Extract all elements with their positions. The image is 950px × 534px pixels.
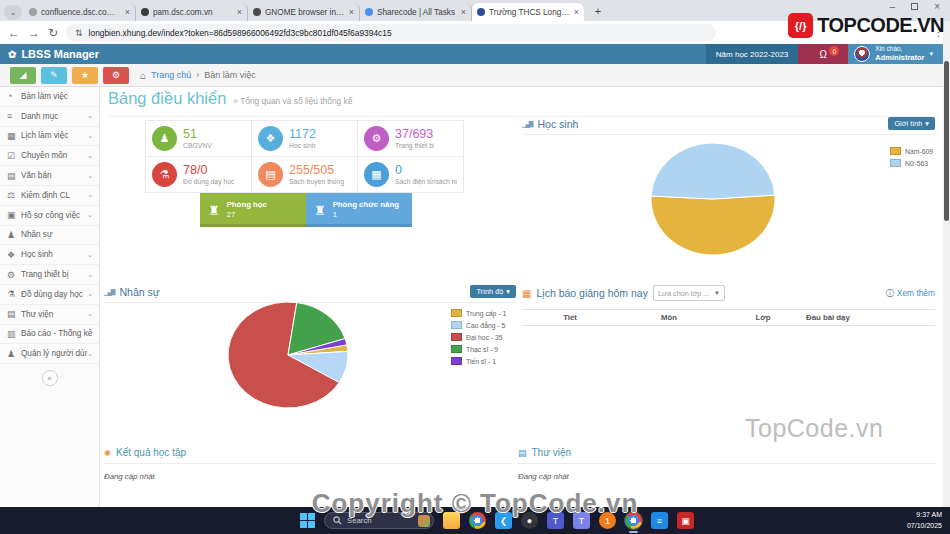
tab-group-chip[interactable]: ⌄ [4,5,22,20]
minimize-button[interactable]: – [890,1,896,12]
staff-filter-button[interactable]: Trình độ ▾ [470,285,516,298]
tab-favicon [365,8,373,16]
legend-item[interactable]: Nữ-563 [890,159,933,167]
teams-icon[interactable]: T [547,512,564,529]
sidebar-item-học-sinh[interactable]: ❖Học sinh⌄ [0,245,99,265]
legend-item[interactable]: Đại học - 35 [451,333,506,341]
sidebar-item-hồ-sơ-công-việc[interactable]: ▣Hồ sơ công việc⌄ [0,206,99,226]
quick-pencil-button[interactable]: ✎ [41,67,67,84]
bell-icon: Ω [820,49,827,60]
topcode-logo-icon: {/} [788,13,813,38]
legend-swatch [451,333,462,341]
scrollbar-thumb[interactable] [944,61,949,221]
sidebar-item-chuyên-môn[interactable]: ☑Chuyên môn⌄ [0,146,99,166]
app-red-icon[interactable]: ▣ [677,512,694,529]
back-button[interactable]: ← [8,26,20,40]
sidebar-item-label: Hồ sơ công việc [21,211,87,220]
class-select[interactable]: Lựa chọn lớp ... ▼ [653,285,725,301]
graduation-cap-icon: ❖ [258,126,283,151]
school-year-button[interactable]: Năm học 2022-2023 [706,44,799,64]
app-orange-1-icon[interactable]: 1 [599,512,616,529]
results-status: Đang cập nhật [104,472,512,481]
sidebar-item-thư-viện[interactable]: ▤Thư viện⌄ [0,305,99,325]
students-pie-chart[interactable] [638,139,788,259]
browser-tab[interactable]: confluence.dsc.com.vn× [24,3,136,21]
schedule-column-header: Môn [618,313,720,322]
taskbar-search[interactable]: Search [324,512,434,529]
sidebar: ◔Bàn làm việc≡Danh mục⌄▦Lịch làm việc⌄☑C… [0,87,100,507]
teams-2-icon[interactable]: T [573,512,590,529]
tab-close-icon[interactable]: × [461,7,466,17]
chevron-down-icon: ⌄ [87,112,93,120]
schedule-more-link[interactable]: ⓘ Xem thêm [886,288,935,299]
legend-item[interactable]: Thạc sĩ - 9 [451,345,506,353]
tab-close-icon[interactable]: × [237,7,242,17]
students-filter-button[interactable]: Giới tính ▾ [888,117,935,130]
ebook-icon: ▦ [364,162,389,187]
pie-slice-Nữ[interactable] [651,143,775,199]
building-icon: ♜ [208,203,220,218]
browser-tab[interactable]: Sharecode | All Tasks× [360,3,472,21]
legend-label: Cao đẳng - 5 [466,322,505,329]
sidebar-item-báo-cáo---thống-kê[interactable]: ▥Báo cáo - Thống kê [0,325,99,345]
tab-close-icon[interactable]: × [125,7,130,17]
notepad-icon[interactable]: ≡ [651,512,668,529]
quick-gears-button[interactable]: ⚙ [103,67,129,84]
tab-close-icon[interactable]: × [574,7,579,17]
site-info-icon[interactable]: ⇅ [75,28,83,38]
sidebar-item-trang-thiết-bị[interactable]: ⚙Trang thiết bị⌄ [0,265,99,285]
sidebar-item-nhân-sự[interactable]: ♟Nhân sự [0,226,99,246]
sidebar-item-bàn-làm-việc[interactable]: ◔Bàn làm việc [0,87,99,107]
sidebar-item-kiểm-định-cl[interactable]: ⚖Kiểm định CL⌄ [0,186,99,206]
search-highlight-image[interactable] [418,515,430,527]
quick-star-button[interactable]: ★ [72,67,98,84]
browser-tab[interactable]: Trường THCS Long Biên - Quậ× [472,3,584,21]
sidebar-item-label: Đồ dùng dạy học [21,290,87,299]
sidebar-collapse-button[interactable]: « [42,370,58,386]
bar-chart-icon: ▁▄▇ [522,120,532,127]
breadcrumb-home-link[interactable]: Trang chủ [151,70,191,80]
sidebar-item-đồ-dùng-dạy-học[interactable]: ⚗Đồ dùng dạy học⌄ [0,285,99,305]
taskbar-clock[interactable]: 9:37 AM 07/10/2025 [907,510,942,531]
legend-item[interactable]: Cao đẳng - 5 [451,321,506,329]
legend-label: Trung cấp - 1 [466,310,506,317]
chrome-active-icon[interactable] [625,512,642,529]
sidebar-item-lịch-làm-việc[interactable]: ▦Lịch làm việc⌄ [0,127,99,147]
panel-students-title: Học sinh [537,118,578,130]
forward-button[interactable]: → [28,26,40,40]
start-button[interactable] [300,513,315,528]
user-menu[interactable]: Xin chào, Administrator ▾ [848,44,943,64]
more-link-label: Xem thêm [897,288,935,298]
stat-value: 1172 [289,127,316,141]
legend-label: Thạc sĩ - 9 [466,346,498,353]
stat-value: 0 [395,163,457,177]
maximize-button[interactable] [911,3,918,10]
sidebar-item-danh-mục[interactable]: ≡Danh mục⌄ [0,107,99,127]
browser-tab[interactable]: GNOME browser integration - C× [248,3,360,21]
sidebar-item-văn-bản[interactable]: ▤Văn bản⌄ [0,166,99,186]
sidebar-item-quản-lý-người-dùng[interactable]: ♟Quản lý người dùng⌄ [0,344,99,364]
legend-item[interactable]: Nam-609 [890,147,933,155]
legend-item[interactable]: Tiến sĩ - 1 [451,357,506,365]
book-icon: ▤ [258,162,283,187]
file-explorer-icon[interactable] [443,512,460,529]
close-window-button[interactable]: × [934,1,940,12]
pie-slice-Nam[interactable] [651,195,775,255]
panel-results-title: Kết quả học tập [116,447,186,458]
chevron-down-icon: ▾ [929,50,933,58]
vscode-icon[interactable]: ❮ [495,512,512,529]
staff-pie-chart[interactable] [213,297,363,413]
users-icon: ♟ [7,230,21,240]
new-tab-button[interactable]: + [590,3,606,19]
browser-tab[interactable]: pam.dsc.com.vn× [136,3,248,21]
schedule-column-header: Đầu bài dạy [806,313,935,322]
address-bar[interactable]: ⇅ longbien.xhung.dev/index?token=86d5989… [66,24,716,41]
tab-close-icon[interactable]: × [349,7,354,17]
notifications-button[interactable]: Ω 0 [798,44,848,64]
legend-item[interactable]: Trung cấp - 1 [451,309,506,317]
app-dark-icon[interactable]: ● [521,512,538,529]
reload-button[interactable]: ↻ [48,26,58,40]
chrome-icon[interactable] [469,512,486,529]
quick-bar-chart-button[interactable]: ◢ [10,67,36,84]
app-header: ✿ LBSS Manager Năm học 2022-2023 Ω 0 Xin… [0,44,950,64]
